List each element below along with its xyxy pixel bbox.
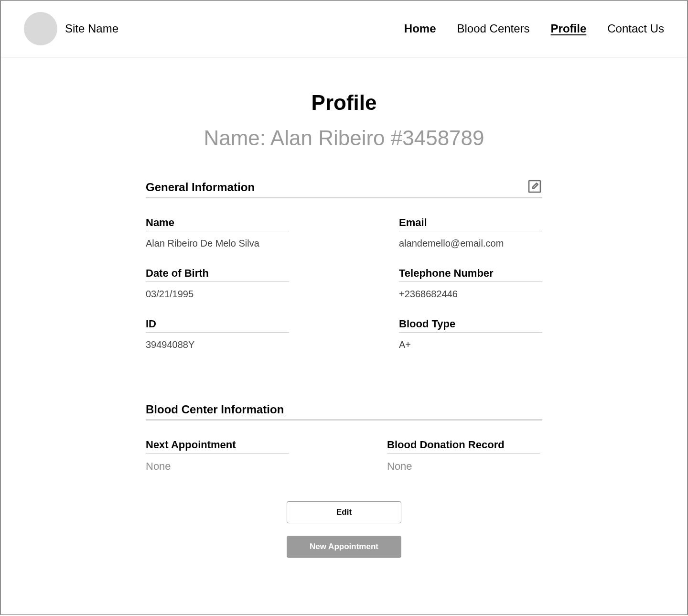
field-donation-record: Blood Donation Record None: [387, 439, 542, 473]
page-title: Profile: [1, 91, 687, 115]
brand: Site Name: [24, 12, 118, 45]
field-value-next-appointment: None: [146, 460, 301, 473]
field-value-dob: 03/21/1995: [146, 289, 289, 300]
main: Profile Name: Alan Ribeiro #3458789 Gene…: [1, 57, 687, 558]
site-name: Site Name: [65, 22, 118, 35]
field-value-id: 39494088Y: [146, 339, 289, 350]
field-label-next-appointment: Next Appointment: [146, 439, 289, 454]
field-value-telephone: +2368682446: [399, 289, 542, 300]
field-telephone: Telephone Number +2368682446: [399, 267, 542, 300]
field-value-email: alandemello@email.com: [399, 238, 542, 249]
field-label-email: Email: [399, 216, 542, 231]
svg-rect-0: [529, 181, 540, 192]
field-value-donation-record: None: [387, 460, 542, 473]
section-header-blood-center: Blood Center Information: [146, 403, 542, 421]
nav-contact-us[interactable]: Contact Us: [607, 22, 664, 35]
field-name: Name Alan Ribeiro De Melo Silva: [146, 216, 289, 249]
section-title-blood-center: Blood Center Information: [146, 403, 284, 416]
main-nav: Home Blood Centers Profile Contact Us: [404, 22, 664, 35]
content: General Information Name Alan Ribeiro De…: [146, 179, 542, 558]
section-title-general: General Information: [146, 181, 255, 194]
field-email: Email alandemello@email.com: [399, 216, 542, 249]
logo: [24, 12, 57, 45]
nav-profile[interactable]: Profile: [551, 22, 587, 35]
section-header-general: General Information: [146, 179, 542, 198]
edit-icon[interactable]: [527, 179, 542, 194]
field-label-id: ID: [146, 318, 289, 333]
field-label-telephone: Telephone Number: [399, 267, 542, 282]
blood-center-grid: Next Appointment None Blood Donation Rec…: [146, 439, 542, 473]
field-value-blood-type: A+: [399, 339, 542, 350]
field-value-name: Alan Ribeiro De Melo Silva: [146, 238, 289, 249]
field-next-appointment: Next Appointment None: [146, 439, 301, 473]
field-blood-type: Blood Type A+: [399, 318, 542, 350]
header: Site Name Home Blood Centers Profile Con…: [1, 0, 687, 57]
page-subtitle: Name: Alan Ribeiro #3458789: [1, 126, 687, 150]
nav-home[interactable]: Home: [404, 22, 436, 35]
general-info-grid: Name Alan Ribeiro De Melo Silva Email al…: [146, 216, 542, 350]
field-label-donation-record: Blood Donation Record: [387, 439, 540, 454]
field-label-name: Name: [146, 216, 289, 231]
new-appointment-button[interactable]: New Appointment: [287, 536, 401, 558]
field-dob: Date of Birth 03/21/1995: [146, 267, 289, 300]
edit-button[interactable]: Edit: [287, 501, 401, 523]
field-id: ID 39494088Y: [146, 318, 289, 350]
nav-blood-centers[interactable]: Blood Centers: [457, 22, 530, 35]
button-stack: Edit New Appointment: [146, 501, 542, 558]
field-label-blood-type: Blood Type: [399, 318, 542, 333]
field-label-dob: Date of Birth: [146, 267, 289, 282]
